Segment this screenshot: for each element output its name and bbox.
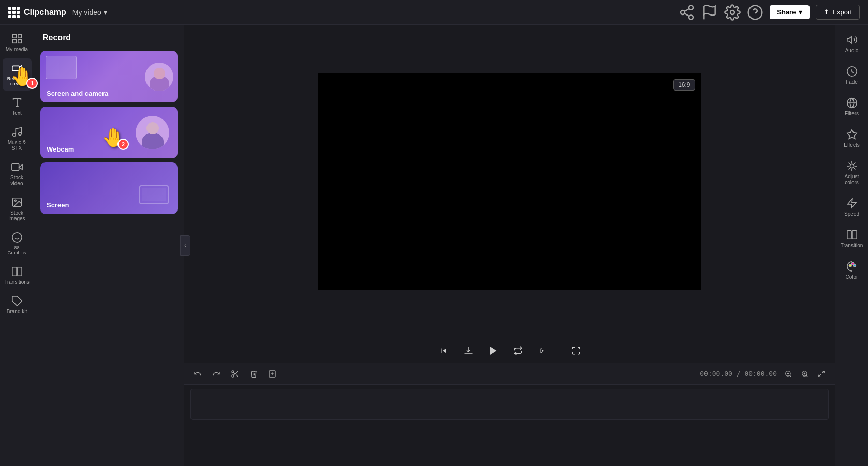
export-button[interactable]: ⬆ Export: [816, 5, 860, 20]
right-sidebar-label: Transition: [841, 243, 863, 248]
export-upload-icon: ⬆: [823, 8, 829, 16]
svg-line-40: [790, 375, 791, 377]
sidebar-item-music-sfx[interactable]: Music & SFX: [3, 122, 32, 155]
right-sidebar-fade[interactable]: Fade: [837, 61, 866, 90]
sidebar-item-label: Transitions: [4, 279, 30, 285]
svg-rect-19: [11, 164, 19, 171]
redo-button[interactable]: [209, 367, 224, 381]
sidebar-item-my-media[interactable]: My media: [3, 29, 32, 56]
svg-point-7: [748, 5, 762, 19]
svg-line-59: [848, 168, 850, 170]
right-sidebar-filters[interactable]: Filters: [837, 92, 866, 122]
screen-preview-deco: [46, 56, 77, 79]
skip-to-end-button[interactable]: [535, 342, 551, 359]
card-deco: [137, 183, 173, 209]
panel-collapse-button[interactable]: ‹: [180, 235, 190, 256]
record-panel-title: Record: [34, 25, 184, 51]
delete-button[interactable]: [246, 367, 261, 381]
sidebar-item-label: Music & SFX: [5, 140, 30, 151]
chevron-left-icon: ‹: [184, 243, 186, 248]
record-cards: Screen and camera Webcam: [34, 51, 184, 220]
add-to-timeline-button[interactable]: [265, 367, 279, 381]
svg-line-35: [233, 372, 235, 374]
download-button[interactable]: [460, 342, 477, 359]
help-icon[interactable]: [747, 4, 763, 21]
svg-marker-51: [847, 130, 856, 139]
video-title-dropdown[interactable]: My video ▾: [72, 8, 107, 17]
right-sidebar-transition[interactable]: Transition: [837, 224, 866, 253]
svg-line-3: [685, 13, 689, 16]
video-preview: 16:9: [318, 73, 701, 290]
zoom-in-button[interactable]: [798, 367, 812, 381]
cut-button[interactable]: [228, 367, 242, 381]
svg-marker-30: [490, 346, 496, 355]
record-panel: Record Screen and camera: [34, 25, 184, 466]
svg-line-4: [685, 8, 689, 11]
undo-button[interactable]: [190, 367, 205, 381]
share-people-icon[interactable]: [679, 4, 695, 21]
svg-point-65: [849, 264, 851, 267]
app-logo[interactable]: Clipchamp: [8, 7, 66, 18]
person-avatar: [145, 63, 173, 91]
app-name: Clipchamp: [24, 8, 66, 17]
flag-icon[interactable]: [701, 4, 718, 21]
svg-line-47: [819, 374, 821, 377]
record-card-screen[interactable]: Screen: [40, 162, 178, 214]
svg-point-0: [689, 5, 693, 9]
svg-point-6: [730, 10, 734, 14]
svg-line-34: [236, 374, 238, 377]
sidebar-item-transitions[interactable]: Transitions: [3, 262, 32, 289]
center-area: 16:9: [184, 25, 835, 466]
sidebar-item-record[interactable]: Record & create: [3, 58, 32, 91]
playback-controls: [184, 338, 835, 363]
fullscreen-button[interactable]: [568, 342, 584, 359]
record-card-screen-and-camera[interactable]: Screen and camera: [40, 51, 178, 102]
right-sidebar-speed[interactable]: Speed: [837, 192, 866, 222]
sidebar-item-label: My media: [6, 47, 28, 52]
main-content: My media Record & create Text Music & SF…: [0, 25, 868, 466]
waffle-icon[interactable]: [8, 7, 20, 18]
svg-point-17: [18, 132, 21, 135]
sidebar-item-label: Text: [12, 110, 21, 116]
svg-rect-9: [12, 35, 16, 38]
fit-to-window-button[interactable]: [814, 367, 829, 381]
sidebar-item-label: Stock video: [5, 175, 30, 186]
right-sidebar-label: Speed: [844, 211, 859, 217]
svg-line-43: [806, 375, 808, 377]
right-sidebar-adjust-colors[interactable]: Adjust colors: [837, 155, 866, 190]
card-deco: [145, 51, 178, 102]
svg-rect-26: [17, 267, 21, 276]
sidebar-item-stock-video[interactable]: Stock video: [3, 157, 32, 190]
svg-rect-25: [12, 267, 16, 276]
sidebar-item-text[interactable]: Text: [3, 93, 32, 120]
svg-rect-11: [18, 40, 21, 43]
skip-to-start-button[interactable]: [435, 342, 452, 359]
timeline-track: [190, 389, 829, 420]
sidebar-item-brand-kit[interactable]: Brand kit: [3, 291, 32, 319]
chevron-down-icon: ▾: [799, 8, 802, 16]
svg-rect-62: [852, 231, 856, 239]
aspect-ratio-badge[interactable]: 16:9: [673, 79, 695, 91]
svg-rect-61: [847, 231, 851, 239]
right-sidebar-effects[interactable]: Effects: [837, 124, 866, 153]
play-button[interactable]: [485, 342, 502, 359]
zoom-out-button[interactable]: [781, 367, 796, 381]
svg-marker-18: [19, 164, 22, 169]
loop-button[interactable]: [510, 342, 526, 359]
right-sidebar-color[interactable]: Color: [837, 255, 866, 285]
sidebar-item-stock-images[interactable]: Stock images: [3, 192, 32, 226]
timeline-area: 00:00.00 / 00:00.00: [184, 363, 835, 466]
record-card-webcam[interactable]: Webcam: [40, 107, 178, 158]
left-sidebar: My media Record & create Text Music & SF…: [0, 25, 34, 466]
right-sidebar-label: Fade: [846, 79, 858, 85]
svg-line-46: [822, 371, 824, 373]
right-sidebar-label: Effects: [844, 142, 859, 148]
svg-point-22: [12, 233, 21, 242]
right-sidebar-label: Filters: [845, 111, 859, 116]
right-sidebar-audio[interactable]: Audio: [837, 29, 866, 58]
topbar: Clipchamp My video ▾ Share ▾ ⬆ Export: [0, 0, 868, 25]
share-button[interactable]: Share ▾: [770, 5, 810, 19]
record-card-label: Screen: [47, 201, 69, 209]
sidebar-item-graphics[interactable]: 88 Graphics: [3, 228, 32, 260]
settings-icon[interactable]: [724, 4, 741, 21]
